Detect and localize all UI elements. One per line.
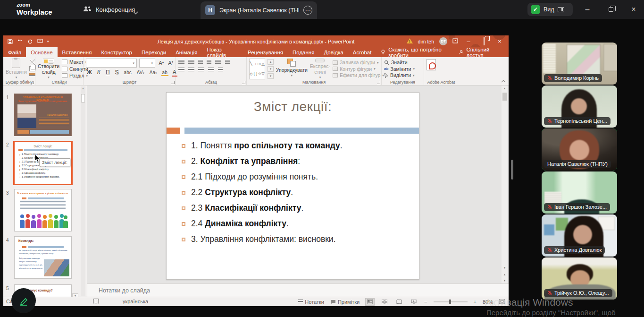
find-button[interactable]: Знайти — [384, 60, 415, 65]
shared-screen-scrollbar[interactable] — [511, 160, 513, 180]
tab-review[interactable]: Рецензування — [243, 47, 288, 57]
replace-button[interactable]: ab Замінити ▾ — [384, 66, 415, 72]
copy-icon[interactable] — [29, 66, 35, 71]
shapes-scroll-up-icon[interactable]: ▴ — [268, 59, 274, 65]
next-slide-icon[interactable]: ▾ — [502, 278, 508, 283]
undo-button[interactable] — [17, 39, 23, 44]
shapes-gallery[interactable]: ╲ ─ □ ○ △ ◇ { } ☆ ▽ — [249, 59, 265, 79]
character-spacing-button[interactable]: AV▾ — [136, 70, 145, 75]
slide-sorter-view-button[interactable] — [380, 299, 389, 305]
align-left-button[interactable] — [178, 68, 184, 72]
ppt-restore-button[interactable] — [479, 38, 489, 45]
tab-home[interactable]: Основне — [26, 47, 57, 57]
slide-canvas[interactable]: Зміст лекції: 1. Поняття про спільноту т… — [166, 92, 419, 280]
dialog-launcher-icon[interactable] — [31, 81, 34, 84]
qat-customize-icon[interactable]: ▾ — [47, 40, 49, 43]
account-avatar[interactable]: DT — [439, 37, 447, 45]
quick-styles-button[interactable]: Експрес-стилі ▾ — [310, 59, 330, 79]
bullets-button[interactable] — [178, 60, 184, 65]
participant-tile[interactable]: Володимир Корінь — [542, 43, 617, 85]
share-button[interactable]: Спільний доступ — [459, 47, 509, 57]
participant-tile[interactable]: Тернопільський Цен... — [542, 86, 617, 128]
shape-triangle-icon[interactable]: △ — [261, 62, 265, 66]
start-slideshow-button[interactable] — [37, 39, 43, 44]
line-spacing-button[interactable] — [215, 60, 221, 65]
bold-button[interactable]: Ж — [86, 69, 93, 76]
redo-button[interactable] — [27, 39, 33, 44]
new-slide-button[interactable]: Створити слайд ▾ — [38, 59, 59, 79]
scroll-down-icon[interactable]: ▾ — [502, 265, 508, 270]
comments-toggle-button[interactable]: Примітки — [330, 299, 360, 305]
tab-slideshow[interactable]: Показ слайдів — [202, 47, 243, 57]
previous-slide-icon[interactable]: ▴ — [502, 272, 508, 276]
tab-file[interactable]: Файл — [3, 47, 26, 57]
align-right-button[interactable] — [198, 68, 204, 72]
spellcheck-icon[interactable] — [93, 299, 99, 305]
notes-toggle-button[interactable]: Нотатки — [298, 299, 324, 305]
zoom-minimize-button[interactable]: – — [577, 0, 598, 19]
view-button[interactable]: ✓ Вид — [527, 3, 573, 16]
create-pdf-button[interactable] — [427, 59, 436, 79]
decrease-indent-button[interactable] — [198, 60, 203, 65]
grow-font-button[interactable]: A▴ — [158, 60, 165, 67]
tab-help[interactable]: Довідка — [319, 47, 348, 57]
dialog-launcher-icon[interactable] — [242, 81, 245, 84]
text-direction-button[interactable] — [225, 60, 230, 65]
zoom-in-button[interactable]: + — [474, 299, 477, 305]
thumbnail-slide-4[interactable]: Команда: це група осіб, котрі діють спіл… — [14, 236, 72, 279]
italic-button[interactable]: К — [96, 69, 101, 76]
thumbnail-slide-3[interactable]: Все наше життя триває в різних спільнота… — [14, 189, 72, 231]
change-case-button[interactable]: Aa▾ — [149, 70, 158, 75]
ribbon-display-options-icon[interactable] — [452, 38, 458, 44]
editor-vertical-scrollbar[interactable]: ▴ ▾ ▴ ▾ — [502, 86, 508, 283]
tab-insert[interactable]: Вставлення — [58, 47, 97, 57]
tab-transitions[interactable]: Переходи — [137, 47, 171, 57]
text-shadow-button[interactable]: S — [114, 69, 120, 76]
tab-acrobat[interactable]: Acrobat — [348, 47, 376, 57]
tab-meeting[interactable]: Конференция — [83, 0, 135, 19]
shape-line-icon[interactable]: ╲ — [250, 62, 252, 66]
tell-me-box[interactable]: Скажіть, що потрібно зробити — [376, 47, 459, 57]
collapse-ribbon-icon[interactable] — [501, 78, 506, 84]
arrange-button[interactable]: Упорядкувати ▾ — [276, 59, 308, 79]
align-center-button[interactable] — [188, 68, 194, 72]
shape-rect-icon[interactable]: □ — [256, 62, 258, 66]
shapes-more-icon[interactable]: ▾ — [268, 73, 274, 79]
warning-icon[interactable] — [407, 38, 413, 44]
tab-more-options-icon[interactable]: ⋯ — [303, 6, 312, 15]
annotation-pencil-button[interactable] — [11, 288, 36, 313]
scrollbar-thumb[interactable] — [502, 93, 507, 101]
shrink-font-button[interactable]: A▾ — [167, 60, 174, 67]
thumbnail-scrollbar[interactable]: ▴ — [81, 86, 85, 296]
tab-design[interactable]: Конструктор — [96, 47, 137, 57]
dialog-launcher-icon[interactable] — [171, 81, 175, 84]
paste-button[interactable]: Вставити ▾ — [6, 59, 27, 79]
cut-icon[interactable] — [29, 60, 35, 65]
shape-diamond-icon[interactable]: ◇ — [250, 72, 253, 76]
scroll-up-icon[interactable]: ▴ — [502, 86, 508, 90]
notes-pane[interactable]: Нотатки до слайда — [87, 283, 509, 297]
account-name[interactable]: dim teh — [418, 39, 434, 44]
ppt-close-button[interactable]: × — [494, 38, 505, 45]
format-painter-icon[interactable] — [29, 73, 35, 78]
shape-brace-left-icon[interactable]: { — [253, 72, 255, 76]
slideshow-view-button[interactable] — [410, 299, 418, 305]
shape-brace-right-icon[interactable]: } — [256, 72, 258, 76]
participant-tile-active-speaker[interactable]: Наталія Савелюк (ТНПУ) — [542, 129, 617, 171]
columns-button[interactable] — [218, 68, 223, 72]
thumbnail-panel-collapse-icon[interactable]: ▾ — [72, 293, 78, 297]
save-button[interactable] — [8, 39, 13, 44]
scrollbar-thumb[interactable] — [81, 94, 85, 103]
shape-outline-button[interactable]: Контур фігури▾ — [333, 66, 384, 72]
strikethrough-button[interactable]: abc — [123, 70, 133, 75]
participant-tile[interactable]: Іван Гершон Залозе... — [542, 171, 617, 214]
dialog-launcher-icon[interactable] — [377, 81, 380, 84]
zoom-slider[interactable] — [434, 301, 468, 302]
ppt-minimize-button[interactable]: – — [463, 38, 474, 45]
increase-indent-button[interactable] — [207, 60, 211, 65]
scroll-up-icon[interactable]: ▴ — [81, 86, 85, 90]
zoom-slider-thumb[interactable] — [449, 300, 451, 304]
zoom-close-button[interactable]: × — [623, 0, 644, 19]
select-button[interactable]: Виділити ▾ — [384, 72, 415, 78]
justify-button[interactable] — [208, 68, 214, 72]
